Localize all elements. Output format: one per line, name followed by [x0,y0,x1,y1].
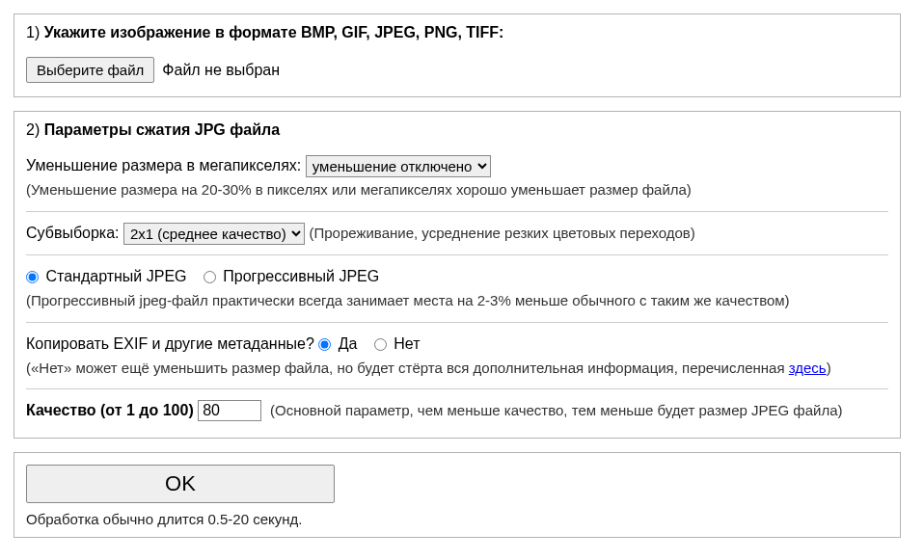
section2-title: Параметры сжатия JPG файла [44,121,280,138]
divider [26,388,888,389]
file-status-text: Файл не выбран [162,62,280,79]
jpeg-progressive-label[interactable]: Прогрессивный JPEG [204,268,379,284]
exif-hint-link[interactable]: здесь [789,360,827,376]
quality-label: Качество (от 1 до 100) [26,402,198,418]
exif-hint-pre: («Нет» может ещё уменьшить размер файла,… [26,360,789,376]
exif-label: Копировать EXIF и другие метаданные? [26,335,318,352]
jpeg-standard-label[interactable]: Стандартный JPEG [26,268,191,284]
resize-label: Уменьшение размера в мегапикселях: [26,157,306,173]
divider [26,322,888,323]
processing-hint: Обработка обычно длится 0.5-20 секунд. [26,511,888,527]
section1-num: 1) [26,24,44,40]
ok-button[interactable]: OK [26,465,335,503]
resize-select[interactable]: уменьшение отключено [306,155,491,177]
jpeg-progressive-text: Прогрессивный JPEG [223,268,379,284]
jpeg-standard-radio[interactable] [26,271,39,283]
jpeg-type-row: Стандартный JPEG Прогрессивный JPEG [26,265,888,288]
choose-file-button[interactable]: Выберите файл [26,57,154,83]
resize-row: Уменьшение размера в мегапикселях: умень… [26,154,888,177]
exif-hint: («Нет» может ещё уменьшить размер файла,… [26,358,888,380]
section1-header: 1) Укажите изображение в формате BMP, GI… [26,24,888,41]
submit-panel: OK Обработка обычно длится 0.5-20 секунд… [14,452,901,538]
exif-hint-post: ) [827,360,831,376]
subsample-label: Субвыборка: [26,225,123,241]
divider [26,254,888,255]
quality-hint: (Основной параметр, чем меньше качество,… [270,402,842,418]
image-upload-panel: 1) Укажите изображение в формате BMP, GI… [14,13,901,97]
exif-yes-radio[interactable] [318,338,331,351]
divider [26,211,888,212]
section2-num: 2) [26,121,44,138]
subsample-select[interactable]: 2x1 (среднее качество) [123,223,305,245]
quality-input[interactable] [198,400,261,421]
jpeg-standard-text: Стандартный JPEG [45,268,186,284]
section1-title: Укажите изображение в формате BMP, GIF, … [44,24,504,40]
section2-header: 2) Параметры сжатия JPG файла [26,121,888,139]
subsample-hint: (Прореживание, усреднение резких цветовы… [309,225,694,241]
exif-no-label[interactable]: Нет [374,335,421,352]
exif-yes-text: Да [339,335,358,352]
exif-yes-label[interactable]: Да [318,335,362,352]
exif-no-radio[interactable] [374,338,387,351]
resize-hint: (Уменьшение размера на 20-30% в пикселях… [26,179,888,201]
jpeg-type-hint: (Прогрессивный jpeg-файл практически все… [26,290,888,312]
compression-params-panel: 2) Параметры сжатия JPG файла Уменьшение… [14,111,901,439]
exif-row: Копировать EXIF и другие метаданные? Да … [26,333,888,356]
quality-row: Качество (от 1 до 100) (Основной парамет… [26,399,888,422]
exif-no-text: Нет [394,335,420,352]
subsample-row: Субвыборка: 2x1 (среднее качество) (Прор… [26,222,888,245]
file-row: Выберите файл Файл не выбран [26,57,888,83]
jpeg-progressive-radio[interactable] [204,271,216,283]
